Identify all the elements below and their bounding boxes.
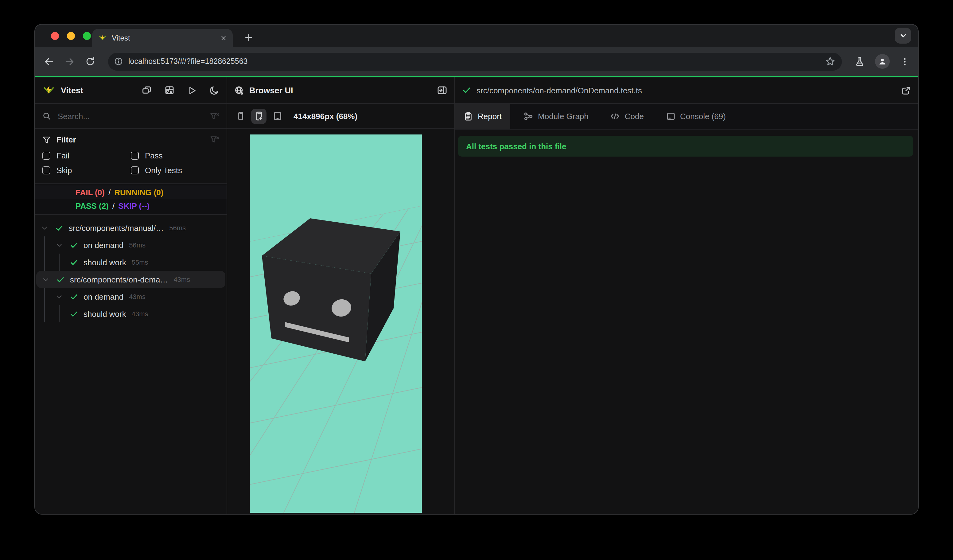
search-input[interactable] <box>56 111 205 121</box>
dock-panel-button[interactable] <box>437 85 447 95</box>
running-count: RUNNING (0) <box>114 188 163 197</box>
back-arrow-icon <box>43 56 54 67</box>
dashboard-grid-icon <box>165 85 174 95</box>
test-duration: 43ms <box>174 276 190 283</box>
test-summary: FAIL (0) / RUNNING (0) PASS (2) / SKIP (… <box>35 184 227 215</box>
funnel-x-icon <box>210 135 219 144</box>
tab-console[interactable]: Console (69) <box>657 104 734 129</box>
tree-row-test[interactable]: should work 43ms <box>35 305 227 323</box>
experiments-button[interactable] <box>855 56 865 66</box>
test-duration: 55ms <box>132 259 148 266</box>
phone-small-icon <box>236 111 245 121</box>
test-duration: 43ms <box>132 310 148 318</box>
test-file-name: src/components/on-dema… <box>70 275 168 284</box>
tree-row-suite[interactable]: on demand 43ms <box>35 288 227 305</box>
url-bar[interactable]: localhost:5173/#/?file=1828625563 <box>108 53 842 70</box>
report-header: src/components/on-demand/OnDemand.test.t… <box>455 78 918 104</box>
pass-check-icon <box>66 293 81 301</box>
pass-checkbox[interactable] <box>131 152 139 160</box>
tab-report[interactable]: Report <box>455 104 510 129</box>
test-duration: 43ms <box>129 293 146 300</box>
forward-button[interactable] <box>64 56 75 67</box>
browser-tab[interactable]: Vitest <box>92 29 233 47</box>
theme-toggle-button[interactable] <box>210 85 219 95</box>
app-name: Vitest <box>61 86 83 95</box>
phone-plus-icon <box>254 111 264 121</box>
only-tests-checkbox[interactable] <box>131 166 139 174</box>
dashboard-button[interactable] <box>142 85 152 95</box>
viewport-toolbar: 414x896px (68%) <box>227 104 455 129</box>
flask-icon <box>855 56 865 66</box>
vitest-favicon <box>98 34 107 42</box>
tab-strip: Vitest <box>35 25 918 47</box>
kebab-menu-icon <box>900 57 910 66</box>
collapse-chevron-icon[interactable] <box>51 242 66 248</box>
external-link-icon <box>902 86 911 95</box>
fail-checkbox[interactable] <box>42 152 50 160</box>
clear-search-filter-button[interactable] <box>210 112 219 121</box>
new-tab-button[interactable] <box>241 30 256 45</box>
report-overview-button[interactable] <box>165 85 174 95</box>
test-file-path: src/components/on-demand/OnDemand.test.t… <box>476 86 642 95</box>
browser-menu-button[interactable] <box>900 57 910 66</box>
filter-option-fail: Fail <box>42 151 131 160</box>
filter-header: Filter <box>42 135 219 144</box>
funnel-x-icon <box>210 112 219 121</box>
suite-name: on demand <box>84 240 123 250</box>
collapse-chevron-icon[interactable] <box>51 293 66 300</box>
tree-row-suite[interactable]: on demand 56ms <box>35 236 227 254</box>
test-file-name: src/components/manual/… <box>69 223 164 233</box>
test-name: should work <box>84 309 126 318</box>
chevron-down-icon <box>899 32 906 39</box>
close-tab-icon[interactable] <box>220 35 227 41</box>
pass-label: Pass <box>145 151 163 160</box>
skip-label: Skip <box>56 166 72 175</box>
fail-label: Fail <box>56 151 69 160</box>
play-icon <box>187 86 197 95</box>
close-window-button[interactable] <box>51 32 59 40</box>
reload-button[interactable] <box>85 56 95 66</box>
viewport-preset-tablet[interactable] <box>270 109 285 124</box>
browser-ui-header: Browser UI <box>227 78 455 104</box>
minimize-window-button[interactable] <box>67 32 75 40</box>
summary-row-pass-skip: PASS (2) / SKIP (--) <box>35 199 227 213</box>
viewport-preset-small-phone[interactable] <box>233 109 248 124</box>
test-name: should work <box>84 258 126 267</box>
filter-option-pass: Pass <box>131 151 219 160</box>
test-tree: src/components/manual/… 56ms on demand 5… <box>35 215 227 323</box>
pass-check-icon <box>66 241 81 249</box>
bookmark-star-icon[interactable] <box>825 56 835 66</box>
tree-row-file-selected[interactable]: src/components/on-dema… 43ms <box>36 271 225 288</box>
collapse-chevron-icon[interactable] <box>38 276 53 283</box>
tab-module-graph[interactable]: Module Graph <box>515 104 597 129</box>
zoom-window-button[interactable] <box>83 32 91 40</box>
tab-code[interactable]: Code <box>602 104 652 129</box>
browser-ui-title: Browser UI <box>249 86 293 95</box>
separator: / <box>109 188 110 197</box>
run-all-button[interactable] <box>187 86 197 95</box>
summary-row-fail-running: FAIL (0) / RUNNING (0) <box>35 185 227 199</box>
tab-search-button[interactable] <box>895 28 911 43</box>
fail-count: FAIL (0) <box>76 188 105 197</box>
search-row <box>35 104 227 129</box>
plus-icon <box>244 33 253 42</box>
back-button[interactable] <box>43 56 54 67</box>
report-panel: src/components/on-demand/OnDemand.test.t… <box>455 78 918 514</box>
tablet-icon <box>272 111 282 121</box>
person-icon <box>877 56 887 66</box>
tree-row-file[interactable]: src/components/manual/… 56ms <box>35 219 227 236</box>
viewport-preset-phone-plus[interactable] <box>251 109 267 124</box>
tree-row-test[interactable]: should work 55ms <box>35 254 227 271</box>
pass-check-icon <box>51 224 66 232</box>
search-icon <box>42 112 51 120</box>
profile-button[interactable] <box>875 54 890 69</box>
site-info-icon[interactable] <box>114 57 123 66</box>
all-tests-passed-banner: All tests passed in this file <box>458 136 913 157</box>
open-in-editor-button[interactable] <box>902 86 911 95</box>
tab-title: Vitest <box>112 34 220 42</box>
reload-icon <box>85 56 95 66</box>
collapse-chevron-icon[interactable] <box>37 225 51 231</box>
skip-checkbox[interactable] <box>42 166 50 174</box>
clear-filters-button[interactable] <box>210 135 219 144</box>
tested-app-viewport[interactable] <box>250 135 422 513</box>
